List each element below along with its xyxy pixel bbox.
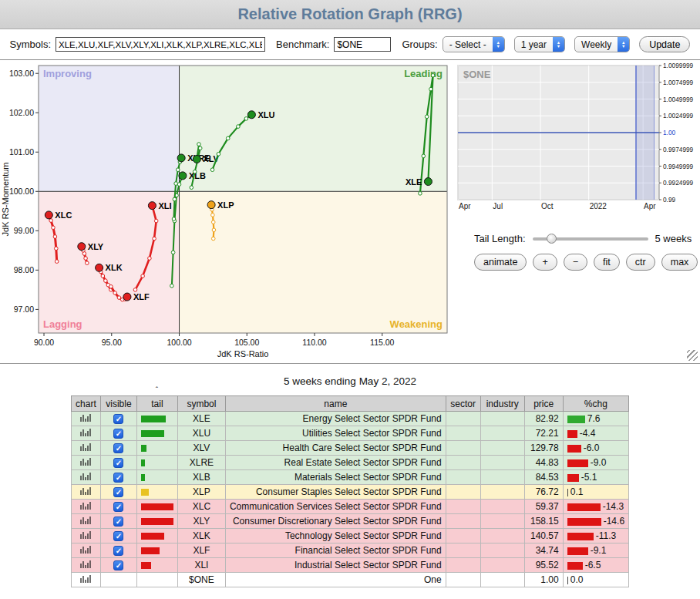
visible-checkbox[interactable]: ✓ bbox=[113, 546, 123, 556]
max-button[interactable]: max bbox=[661, 254, 698, 271]
row-chart-icon[interactable] bbox=[79, 515, 92, 525]
name-cell: Health Care Select Sector SPDR Fund bbox=[225, 441, 446, 456]
price-cell: 59.37 bbox=[524, 500, 563, 514]
row-chart-icon[interactable] bbox=[79, 544, 92, 554]
visible-checkbox[interactable]: ✓ bbox=[113, 473, 123, 483]
visible-checkbox[interactable]: ✓ bbox=[113, 560, 123, 570]
groups-select[interactable]: - Select - ▲▼ bbox=[443, 36, 505, 52]
svg-text:0.99: 0.99 bbox=[663, 196, 676, 204]
svg-text:XLE: XLE bbox=[406, 177, 422, 187]
chg-bar bbox=[567, 489, 568, 496]
chg-bar bbox=[567, 562, 583, 570]
table-row: ✓XLVHealth Care Select Sector SPDR Fund1… bbox=[71, 441, 628, 456]
chart-workspace: 90.0095.00100.00105.00110.00115.0097.009… bbox=[0, 60, 700, 364]
row-chart-icon[interactable] bbox=[79, 471, 92, 481]
svg-text:0.9974999: 0.9974999 bbox=[663, 146, 694, 153]
row-chart-icon[interactable] bbox=[79, 442, 92, 452]
chg-bar bbox=[567, 416, 585, 423]
rrg-endpoint-XLK[interactable] bbox=[96, 264, 103, 271]
toolbar: Symbols: Benchmark: Groups: - Select - ▲… bbox=[0, 29, 700, 60]
visible-checkbox[interactable]: ✓ bbox=[113, 458, 123, 468]
visible-checkbox[interactable]: ✓ bbox=[113, 429, 123, 439]
col-symbol[interactable]: symbol bbox=[177, 396, 225, 412]
name-cell: Energy Select Sector SPDR Fund bbox=[225, 412, 446, 426]
svg-text:100.00: 100.00 bbox=[9, 187, 34, 196]
row-chart-icon[interactable] bbox=[79, 574, 92, 584]
symbol-cell: XLC bbox=[177, 500, 225, 514]
fit-button[interactable]: fit bbox=[594, 254, 620, 271]
tail-length-slider[interactable] bbox=[533, 237, 648, 241]
price-cell: 72.21 bbox=[524, 426, 563, 441]
rrg-endpoint-XLF[interactable] bbox=[123, 293, 131, 301]
visible-checkbox[interactable]: ✓ bbox=[113, 517, 123, 527]
row-chart-icon[interactable] bbox=[79, 559, 92, 569]
col-industry[interactable]: industry bbox=[480, 396, 524, 412]
row-chart-icon[interactable] bbox=[79, 427, 92, 437]
zoom-out-button[interactable]: − bbox=[564, 254, 587, 271]
chg-cell: -9.1 bbox=[563, 543, 628, 558]
price-cell: 34.74 bbox=[524, 543, 563, 558]
price-cell: 140.57 bbox=[524, 529, 563, 543]
visible-checkbox[interactable]: ✓ bbox=[113, 502, 123, 512]
symbol-cell: XLRE bbox=[177, 456, 225, 470]
col-price[interactable]: price bbox=[524, 396, 563, 412]
slider-thumb-handle[interactable] bbox=[547, 234, 557, 244]
visible-checkbox[interactable]: ✓ bbox=[113, 487, 123, 497]
row-chart-icon[interactable] bbox=[79, 412, 92, 422]
rrg-endpoint-XLY[interactable] bbox=[78, 243, 86, 251]
benchmark-chart: AprJulOct2022Apr1.00999991.00749991.0049… bbox=[457, 63, 700, 222]
svg-text:97.00: 97.00 bbox=[14, 305, 34, 314]
tail-swatch bbox=[141, 430, 164, 437]
period-select[interactable]: 1 year ▲▼ bbox=[514, 36, 565, 52]
rrg-endpoint-XLU[interactable] bbox=[247, 111, 255, 119]
period-caption: 5 weeks ending May 2, 2022 bbox=[0, 364, 700, 395]
table-header-row: chart visible ˆtail symbol name sector i… bbox=[71, 396, 628, 412]
benchmark-plot-svg: AprJulOct2022Apr1.00999991.00749991.0049… bbox=[457, 63, 700, 219]
symbols-input[interactable] bbox=[56, 37, 265, 52]
col-visible[interactable]: visible bbox=[100, 396, 136, 412]
chg-cell: 0.1 bbox=[563, 485, 628, 500]
chg-bar bbox=[567, 547, 588, 555]
price-cell: 84.53 bbox=[524, 470, 563, 485]
chg-bar bbox=[567, 474, 579, 482]
col-tail[interactable]: ˆtail bbox=[136, 396, 177, 412]
svg-text:Apr: Apr bbox=[459, 202, 471, 210]
symbol-cell: XLE bbox=[177, 412, 225, 426]
benchmark-input[interactable] bbox=[334, 37, 391, 52]
animate-button[interactable]: animate bbox=[474, 254, 527, 271]
row-chart-icon[interactable] bbox=[79, 456, 92, 466]
visible-checkbox[interactable]: ✓ bbox=[113, 443, 123, 453]
name-cell: Materials Select Sector SPDR Fund bbox=[225, 470, 446, 485]
svg-text:99.00: 99.00 bbox=[14, 226, 34, 235]
chg-bar bbox=[567, 518, 601, 526]
rrg-endpoint-XLB[interactable] bbox=[179, 172, 187, 180]
rrg-endpoint-XLE[interactable] bbox=[424, 178, 432, 186]
visible-checkbox[interactable]: ✓ bbox=[113, 531, 123, 541]
svg-text:0.9924999: 0.9924999 bbox=[663, 179, 694, 187]
ctr-button[interactable]: ctr bbox=[626, 254, 655, 271]
rrg-endpoint-XLRE[interactable] bbox=[177, 154, 185, 162]
rrg-endpoint-XLV[interactable] bbox=[193, 155, 200, 163]
frequency-select[interactable]: Weekly ▲▼ bbox=[574, 36, 630, 52]
visible-checkbox[interactable]: ✓ bbox=[113, 414, 123, 424]
svg-text:XLK: XLK bbox=[106, 263, 123, 272]
col-chg[interactable]: %chg bbox=[563, 396, 628, 412]
table-row: ✓XLFFinancial Select Sector SPDR Fund34.… bbox=[71, 543, 628, 558]
resize-handle-icon[interactable] bbox=[687, 350, 698, 361]
row-chart-icon[interactable] bbox=[79, 500, 92, 510]
chg-cell: -9.0 bbox=[563, 456, 628, 470]
col-chart[interactable]: chart bbox=[71, 396, 100, 412]
rrg-endpoint-XLC[interactable] bbox=[45, 211, 52, 219]
rrg-endpoint-XLP[interactable] bbox=[207, 201, 215, 209]
col-name[interactable]: name bbox=[225, 396, 446, 412]
row-chart-icon[interactable] bbox=[79, 486, 92, 496]
rrg-endpoint-XLI[interactable] bbox=[148, 202, 156, 210]
update-button[interactable]: Update bbox=[639, 36, 690, 52]
svg-text:1.0049999: 1.0049999 bbox=[663, 96, 694, 103]
col-sector[interactable]: sector bbox=[446, 396, 480, 412]
zoom-in-button[interactable]: + bbox=[533, 254, 557, 271]
tail-length-value: 5 weeks bbox=[655, 233, 692, 244]
symbol-cell: XLB bbox=[177, 470, 225, 485]
row-chart-icon[interactable] bbox=[79, 530, 92, 540]
tail-swatch bbox=[141, 562, 151, 569]
